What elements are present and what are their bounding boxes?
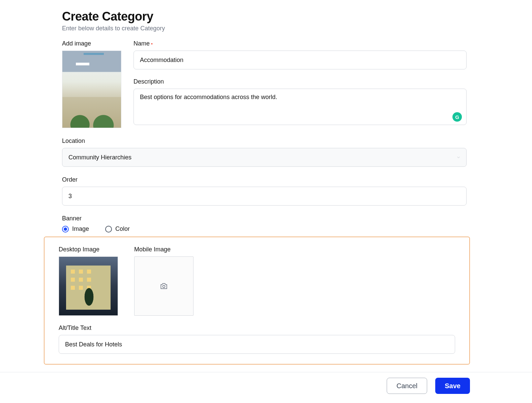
banner-radio-color-label: Color	[115, 225, 130, 232]
banner-label: Banner	[62, 215, 467, 222]
page-title: Create Category	[62, 9, 467, 24]
alt-text-input[interactable]	[59, 335, 455, 354]
desktop-image-label: Desktop Image	[59, 246, 118, 253]
grammarly-icon: G	[452, 112, 462, 122]
camera-icon	[159, 282, 168, 290]
cancel-button[interactable]: Cancel	[387, 378, 427, 394]
add-image-label: Add image	[62, 40, 121, 47]
category-image-thumbnail[interactable]	[62, 51, 121, 128]
location-select-value: Community Hierarchies	[68, 154, 131, 161]
footer-actions: Cancel Save	[0, 372, 532, 403]
svg-point-0	[163, 285, 165, 288]
name-label: Name•	[134, 40, 467, 47]
banner-radio-color[interactable]: Color	[105, 225, 130, 232]
description-label: Description	[134, 78, 467, 85]
order-label: Order	[62, 176, 467, 183]
mobile-image-uploader[interactable]	[134, 256, 194, 316]
desktop-image-thumbnail[interactable]	[59, 256, 118, 316]
save-button[interactable]: Save	[435, 378, 470, 394]
description-textarea[interactable]	[134, 89, 467, 125]
chevron-down-icon	[456, 155, 461, 160]
banner-settings-panel: Desktop Image Mobile Image Alt	[44, 237, 470, 365]
location-select[interactable]: Community Hierarchies	[62, 148, 467, 167]
banner-radio-image[interactable]: Image	[62, 225, 89, 232]
order-input[interactable]	[62, 187, 467, 206]
page-subtitle: Enter below details to create Category	[62, 25, 467, 32]
mobile-image-label: Mobile Image	[134, 246, 194, 253]
alt-text-label: Alt/Title Text	[59, 324, 455, 332]
banner-radio-image-label: Image	[72, 225, 89, 232]
location-label: Location	[62, 137, 467, 145]
name-input[interactable]	[134, 51, 467, 69]
